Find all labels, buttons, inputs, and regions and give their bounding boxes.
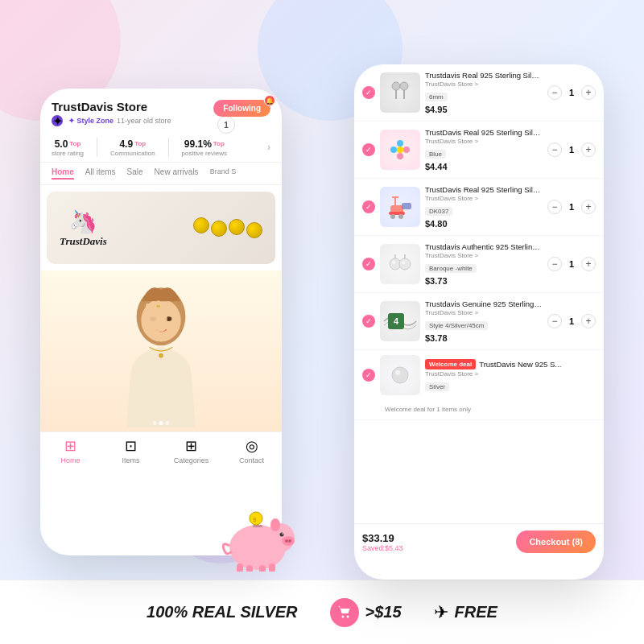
svg-point-24 xyxy=(398,214,403,219)
cart-item-name-3: TrustDavis Real 925 Sterling Silver D... xyxy=(425,185,543,194)
svg-point-20 xyxy=(403,147,410,153)
store-age: 11-year old store xyxy=(117,117,171,125)
cart-check-3[interactable]: ✓ xyxy=(362,200,375,213)
cart-check-5[interactable]: ✓ xyxy=(362,315,375,328)
cart-thumb-2 xyxy=(380,130,420,170)
qty-decrease-2[interactable]: − xyxy=(547,142,562,157)
categories-label: Categories xyxy=(174,456,209,464)
follow-button[interactable]: Following 🔔 xyxy=(213,100,270,117)
bottom-nav-categories[interactable]: ⊞ Categories xyxy=(161,437,221,464)
coin-2 xyxy=(211,221,227,237)
svg-point-12 xyxy=(392,82,400,90)
cart-details-6: Welcome deal TrustDavis New 925 S... Tru… xyxy=(425,359,596,392)
bottom-nav-items[interactable]: ⊡ Items xyxy=(101,437,161,464)
checkout-label: Checkout (8) xyxy=(529,537,583,547)
cart-item-name-4: Trustdavis Authentic 925 Sterling Sil... xyxy=(425,242,543,251)
cart-store-2: TrustDavis Store > xyxy=(425,138,543,145)
check-icon-6: ✓ xyxy=(365,371,372,379)
check-icon-2: ✓ xyxy=(365,146,372,154)
tab-all-items[interactable]: All items xyxy=(85,167,116,180)
stats-arrow[interactable]: › xyxy=(267,142,270,153)
svg-point-30 xyxy=(399,258,411,270)
qty-num-5: 1 xyxy=(567,316,576,326)
cart-check-1[interactable]: ✓ xyxy=(362,86,375,99)
qty-num-3: 1 xyxy=(567,202,576,212)
check-icon-3: ✓ xyxy=(365,203,372,211)
contact-label: Contact xyxy=(239,456,264,464)
cart-store-3: TrustDavis Store > xyxy=(425,195,543,202)
welcome-deal-row: Welcome deal TrustDavis New 925 S... xyxy=(425,359,596,369)
stat-pos-row: 99.1% Top xyxy=(184,138,225,150)
cart-total-info: $33.19 Saved:$5.43 xyxy=(362,532,403,552)
svg-rect-22 xyxy=(389,212,405,215)
cart-check-4[interactable]: ✓ xyxy=(362,258,375,270)
qty-decrease-4[interactable]: − xyxy=(547,257,562,271)
main-container: TrustDavis Store ✦ ✦ Style Zone 11-year … xyxy=(0,0,644,644)
notification-count: 1 xyxy=(224,121,229,130)
svg-rect-6 xyxy=(146,303,150,314)
nav-tabs: Home All items Sale New arrivals Brand S xyxy=(40,163,282,185)
cart-item-name-5: Trustdavis Genuine 925 Sterling Silv... xyxy=(425,299,543,308)
cart-thumb-3 xyxy=(380,187,420,227)
svg-point-38 xyxy=(270,518,280,531)
check-icon-4: ✓ xyxy=(365,260,372,268)
cart-variant-6: Silver xyxy=(425,382,449,391)
qty-increase-2[interactable]: + xyxy=(581,142,596,157)
cart-store-4: TrustDavis Store > xyxy=(425,252,543,259)
stat-comm-value: 4.9 xyxy=(119,138,133,150)
tab-brand[interactable]: Brand S xyxy=(210,167,237,180)
cart-item: ✓ Trustdavis Real 925 Sterling Silve xyxy=(354,64,604,122)
cart-check-6[interactable]: ✓ xyxy=(362,369,375,382)
svg-rect-46 xyxy=(246,565,253,572)
store-name: TrustDavis Store xyxy=(52,100,171,114)
svg-point-11 xyxy=(159,353,163,358)
banner-coins xyxy=(193,217,262,238)
check-icon-5: ✓ xyxy=(365,317,372,325)
store-info: TrustDavis Store ✦ ✦ Style Zone 11-year … xyxy=(52,100,171,126)
tab-new-arrivals[interactable]: New arrivals xyxy=(155,167,199,180)
logo-horse-icon: 🦄 xyxy=(69,208,97,235)
bottom-nav-home[interactable]: ⊞ Home xyxy=(40,437,101,464)
qty-decrease-3[interactable]: − xyxy=(547,200,562,214)
stat-rating-value: 5.0 xyxy=(55,138,68,150)
tab-home[interactable]: Home xyxy=(52,167,74,180)
cart-total-section: $33.19 Saved:$5.43 xyxy=(362,532,510,552)
home-icon: ⊞ xyxy=(64,437,76,455)
svg-rect-27 xyxy=(402,203,411,209)
stat-comm-label: Communication xyxy=(110,150,155,157)
right-phone-frame: ✓ Trustdavis Real 925 Sterling Silve xyxy=(354,64,604,580)
home-label: Home xyxy=(60,456,80,464)
welcome-deal-info: Welcome deal for 1 items only xyxy=(362,400,596,415)
bottom-nav-contact[interactable]: ◎ Contact xyxy=(221,437,282,464)
cart-variant-3: DK037 xyxy=(425,207,452,216)
qty-increase-3[interactable]: + xyxy=(581,200,596,214)
cart-variant-1: 6mm xyxy=(425,93,448,101)
svg-rect-10 xyxy=(156,305,160,308)
cart-price-1: $4.95 xyxy=(425,105,543,114)
cart-total-price: $33.19 xyxy=(362,532,403,544)
qty-num-1: 1 xyxy=(567,88,576,97)
cart-qty-4: − 1 + xyxy=(547,257,596,271)
cart-price-2: $4.44 xyxy=(425,162,543,171)
qty-decrease-1[interactable]: − xyxy=(547,85,562,100)
svg-point-17 xyxy=(397,140,403,147)
qty-increase-5[interactable]: + xyxy=(581,314,596,328)
svg-point-35 xyxy=(395,370,400,375)
cart-item-name-6: TrustDavis New 925 S... xyxy=(479,360,561,369)
cart-check-2[interactable]: ✓ xyxy=(362,143,375,156)
tab-sale[interactable]: Sale xyxy=(127,167,143,180)
qty-num-4: 1 xyxy=(567,259,576,269)
checkout-button[interactable]: Checkout (8) xyxy=(516,530,596,553)
cart-thumb-6 xyxy=(380,355,420,395)
follow-label: Following xyxy=(223,104,261,113)
stat-rating-label: store rating xyxy=(52,150,84,157)
earring-svg xyxy=(384,76,416,109)
qty-num-2: 1 xyxy=(567,145,576,155)
qty-decrease-5[interactable]: − xyxy=(547,314,562,328)
right-phone-wrapper: 3 ✓ xyxy=(354,64,604,580)
svg-rect-48 xyxy=(269,564,275,572)
cart-item-name-2: TrustDavis Real 925 Sterling Silver F... xyxy=(425,128,543,137)
cart-item-6-row: ✓ Welcome deal xyxy=(362,355,596,395)
qty-increase-1[interactable]: + xyxy=(581,85,596,100)
qty-increase-4[interactable]: + xyxy=(581,257,596,271)
